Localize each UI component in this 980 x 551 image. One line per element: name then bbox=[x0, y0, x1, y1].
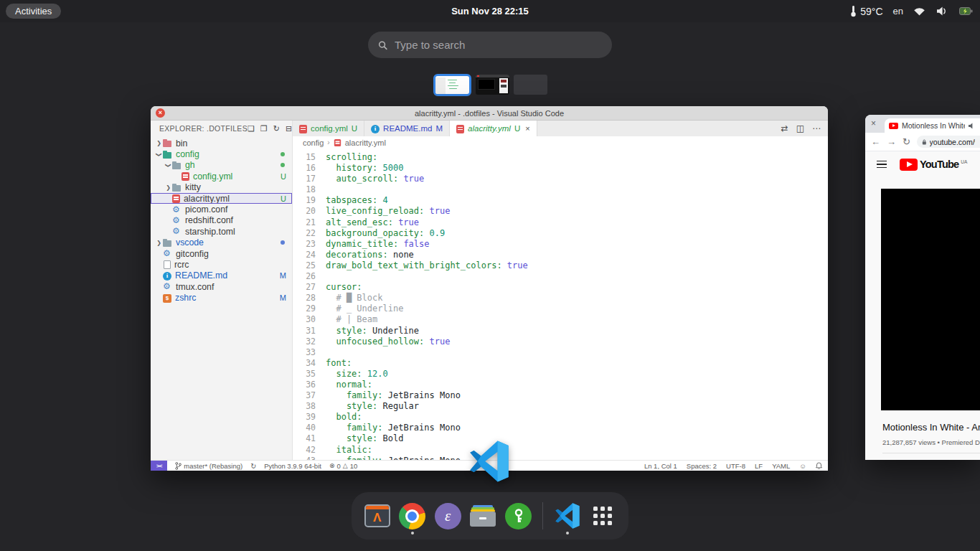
chrome-window[interactable]: × Motionless In White - / ← → ↻ youtube.… bbox=[865, 115, 980, 460]
activities-button[interactable]: Activities bbox=[6, 4, 61, 19]
git-branch-status[interactable]: master* (Rebasing) bbox=[175, 462, 242, 470]
notifications-bell-icon[interactable] bbox=[816, 462, 822, 469]
file-row-alacritty.yml[interactable]: alacritty.ymlU bbox=[151, 193, 292, 204]
new-file-icon[interactable]: ❏ bbox=[248, 124, 255, 133]
code-line: 37 family: JetBrains Mono bbox=[293, 390, 828, 401]
system-status-area[interactable]: 59°C en bbox=[850, 0, 973, 22]
git-status-badge: U bbox=[281, 194, 286, 203]
workspace-thumbnail-empty[interactable] bbox=[514, 75, 547, 95]
python-interpreter[interactable]: Python 3.9.9 64-bit bbox=[264, 462, 321, 470]
code-editor[interactable]: 15scrolling:16 history: 500017 auto_scro… bbox=[293, 149, 828, 460]
code-line: 34font: bbox=[293, 358, 828, 369]
file-row-gh[interactable]: ❯gh bbox=[151, 160, 292, 171]
file-row-README.md[interactable]: README.mdM bbox=[151, 270, 292, 281]
dock-item-vscode[interactable] bbox=[553, 496, 581, 536]
dock-item-files[interactable] bbox=[469, 496, 497, 536]
line-number: 19 bbox=[293, 195, 326, 206]
code-token: Underline bbox=[367, 326, 419, 336]
code-token: false bbox=[398, 239, 429, 250]
video-player[interactable] bbox=[881, 189, 980, 410]
dock-item-show-applications[interactable] bbox=[589, 496, 617, 536]
split-editor-icon[interactable]: ◫ bbox=[796, 123, 804, 133]
code-token: true bbox=[424, 336, 450, 347]
code-token: cursor: bbox=[326, 282, 362, 293]
dock-item-google-chrome[interactable] bbox=[398, 496, 426, 536]
code-token: family: bbox=[326, 423, 382, 433]
search-bar[interactable] bbox=[368, 32, 612, 58]
collapse-folders-icon[interactable]: ⊟ bbox=[286, 124, 292, 133]
vscode-titlebar[interactable]: × alacritty.yml - .dotfiles - Visual Stu… bbox=[151, 106, 828, 121]
remote-indicator[interactable]: >< bbox=[151, 461, 167, 471]
breadcrumb-folder[interactable]: config bbox=[303, 138, 324, 147]
code-token: family: bbox=[326, 390, 382, 401]
window-close-button[interactable]: × bbox=[156, 108, 165, 118]
dock-item-keepassxc[interactable] bbox=[504, 496, 532, 536]
forward-button[interactable]: → bbox=[887, 136, 896, 147]
indentation[interactable]: Spaces: 2 bbox=[687, 462, 717, 470]
vscode-app-badge-icon bbox=[468, 441, 510, 482]
back-button[interactable]: ← bbox=[871, 136, 880, 147]
editor-tab-alacritty.yml[interactable]: alacritty.ymlU× bbox=[450, 121, 537, 136]
file-row-gitconfig[interactable]: gitconfig bbox=[151, 248, 292, 259]
address-bar[interactable]: youtube.com/wa bbox=[917, 136, 980, 148]
dock-item-alacritty[interactable] bbox=[363, 496, 391, 536]
git-status-badge: U bbox=[281, 172, 286, 181]
file-row-vscode[interactable]: ❯vscode bbox=[151, 237, 292, 248]
language-mode[interactable]: YAML bbox=[772, 462, 790, 470]
cursor-position[interactable]: Ln 1, Col 1 bbox=[644, 462, 677, 470]
keyboard-layout-indicator: en bbox=[893, 6, 903, 17]
file-name: README.md bbox=[175, 270, 280, 281]
file-row-redshift.conf[interactable]: redshift.conf bbox=[151, 215, 292, 226]
file-row-config[interactable]: ❯config bbox=[151, 149, 292, 159]
search-input[interactable] bbox=[395, 39, 602, 51]
warning-count: 10 bbox=[350, 462, 358, 470]
refresh-icon[interactable]: ↻ bbox=[273, 124, 280, 133]
line-number: 29 bbox=[293, 303, 326, 314]
editor-tab-README.md[interactable]: README.mdM bbox=[364, 121, 450, 136]
file-row-bin[interactable]: ❯bin bbox=[151, 138, 292, 149]
file-row-tmux.conf[interactable]: tmux.conf bbox=[151, 281, 292, 292]
code-token: draw_bold_text_with_bright_colors: bbox=[326, 260, 502, 271]
file-row-kitty[interactable]: ❯kitty bbox=[151, 182, 292, 193]
more-actions-icon[interactable]: ⋯ bbox=[812, 123, 821, 133]
new-folder-icon[interactable]: ❐ bbox=[260, 124, 268, 133]
file-row-picom.conf[interactable]: picom.conf bbox=[151, 204, 292, 215]
tab-audio-icon[interactable] bbox=[969, 123, 976, 129]
file-row-config.yml[interactable]: config.ymlU bbox=[151, 171, 292, 182]
yaml-icon bbox=[172, 194, 180, 203]
workspace-thumbnail-active[interactable] bbox=[433, 74, 471, 96]
youtube-logo[interactable]: YouTube UA bbox=[900, 159, 967, 171]
open-changes-icon[interactable]: ⇄ bbox=[781, 123, 788, 133]
problems-status[interactable]: ⊗0△10 bbox=[329, 462, 357, 470]
encoding[interactable]: UTF-8 bbox=[726, 462, 745, 470]
file-row-rcrc[interactable]: rcrc bbox=[151, 259, 292, 270]
menu-icon[interactable] bbox=[877, 161, 887, 169]
git-status-dot bbox=[281, 152, 285, 156]
vscode-window[interactable]: × alacritty.yml - .dotfiles - Visual Stu… bbox=[151, 106, 828, 471]
tab-close-icon[interactable]: × bbox=[525, 124, 529, 133]
code-token: true bbox=[502, 260, 528, 271]
file-name: config.yml bbox=[193, 171, 281, 182]
code-token: normal: bbox=[326, 380, 372, 390]
window-close-button[interactable]: × bbox=[871, 118, 876, 128]
reload-button[interactable]: ↻ bbox=[903, 136, 910, 147]
breadcrumb-file[interactable]: alacritty.yml bbox=[345, 138, 386, 147]
code-token: # | Beam bbox=[326, 314, 377, 325]
file-row-starship.toml[interactable]: starship.toml bbox=[151, 226, 292, 237]
file-name: alacritty.yml bbox=[184, 194, 281, 204]
browser-tab[interactable]: Motionless In White - / bbox=[885, 118, 980, 133]
file-row-zshrc[interactable]: zshrcM bbox=[151, 292, 292, 303]
app-grid-icon bbox=[593, 507, 612, 525]
tab-label: README.md bbox=[383, 124, 432, 133]
gear-icon bbox=[163, 249, 172, 258]
workspace-thumbnail-youtube[interactable] bbox=[476, 75, 509, 95]
breadcrumb[interactable]: config › alacritty.yml bbox=[293, 136, 828, 149]
workspace-switcher bbox=[0, 72, 980, 98]
line-number: 28 bbox=[293, 293, 326, 303]
feedback-icon[interactable]: ☺ bbox=[799, 462, 806, 470]
dock-item-emacs[interactable]: ε bbox=[434, 496, 462, 536]
editor-tab-config.yml[interactable]: config.ymlU bbox=[293, 121, 364, 136]
sync-icon[interactable]: ↻ bbox=[250, 462, 256, 470]
error-count: 0 bbox=[336, 462, 340, 470]
eol[interactable]: LF bbox=[755, 462, 763, 470]
